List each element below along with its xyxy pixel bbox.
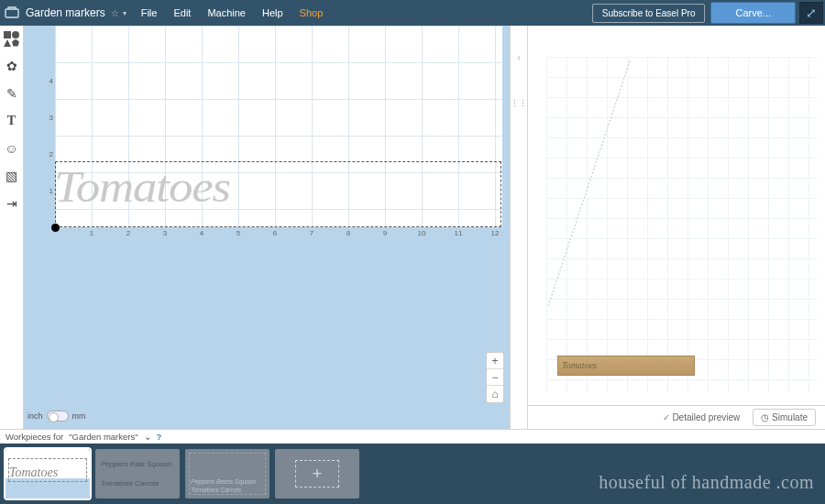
shapes-tool[interactable] bbox=[3, 29, 21, 48]
text-tool[interactable]: T bbox=[3, 112, 21, 130]
preview-footer: Detailed preview Simulate bbox=[528, 405, 825, 429]
design-text-object[interactable]: Tomatoes bbox=[54, 161, 230, 212]
thumb3-row2: Tomatoes Carrots bbox=[191, 487, 264, 493]
menu-help[interactable]: Help bbox=[262, 7, 283, 18]
svg-rect-0 bbox=[6, 9, 18, 17]
ruler-x-tick: 12 bbox=[491, 229, 500, 237]
design-canvas-2d[interactable]: 1 2 3 4 1 2 3 4 5 6 7 8 9 10 11 12 Tomat… bbox=[24, 26, 510, 429]
workpieces-bar: Workpieces for "Garden markers" ⌄ ? bbox=[0, 429, 825, 444]
ruler-x-tick: 9 bbox=[383, 229, 387, 237]
thumb2-row2: Tomatoes Carrots bbox=[101, 480, 174, 488]
ruler-x-tick: 8 bbox=[346, 229, 350, 237]
ruler-x-tick: 11 bbox=[455, 229, 463, 237]
zoom-out-button[interactable]: − bbox=[487, 369, 503, 386]
fullscreen-crosshair-icon[interactable]: ⤢ bbox=[799, 2, 823, 24]
workpieces-dropdown-icon[interactable]: ⌄ bbox=[144, 432, 151, 442]
workpieces-help-icon[interactable]: ? bbox=[157, 432, 162, 442]
ruler-vertical: 1 2 3 4 bbox=[44, 26, 55, 227]
unit-toggle[interactable]: inch mm bbox=[28, 411, 86, 422]
workpieces-label-prefix: Workpieces for bbox=[6, 432, 63, 442]
ruler-horizontal: 1 2 3 4 5 6 7 8 9 10 11 12 bbox=[55, 229, 502, 240]
preview-canvas-3d[interactable]: Tomatoes Detailed preview Simulate bbox=[528, 26, 825, 429]
project-dropdown-icon[interactable]: ▾ bbox=[123, 9, 136, 17]
shapes-icon bbox=[4, 31, 19, 47]
thumb2-row1: Peppers Kale Squash bbox=[101, 461, 174, 468]
emoji-tool[interactable]: ☺ bbox=[3, 139, 21, 158]
thumb1-text: Tomatoes bbox=[9, 466, 58, 480]
icon-library-tool[interactable]: ✿ bbox=[3, 57, 21, 75]
apps-tool[interactable]: ▧ bbox=[3, 167, 21, 185]
perspective-edge-icon bbox=[548, 59, 631, 306]
menu-shop[interactable]: Shop bbox=[300, 7, 324, 18]
unit-mm-label: mm bbox=[72, 411, 86, 421]
ruler-x-tick: 5 bbox=[236, 229, 240, 237]
workpiece-thumb-3[interactable]: Peppers Beets Squash Tomatoes Carrots bbox=[185, 449, 270, 499]
favorite-star-icon[interactable]: ☆ bbox=[111, 8, 123, 18]
unit-inch-label: inch bbox=[28, 411, 43, 421]
preview-stock-text: Tomatoes bbox=[558, 356, 694, 375]
ruler-x-tick: 3 bbox=[163, 229, 167, 237]
workpieces-project-name: "Garden markers" bbox=[69, 432, 138, 442]
workpiece-thumb-1[interactable]: Tomatoes bbox=[6, 449, 90, 499]
divider-handle-icon[interactable]: ⋮⋮ bbox=[511, 99, 527, 108]
origin-point-icon[interactable] bbox=[51, 224, 60, 232]
zoom-in-button[interactable]: + bbox=[487, 353, 503, 369]
ruler-x-tick: 1 bbox=[90, 229, 94, 237]
menu-edit[interactable]: Edit bbox=[173, 7, 191, 18]
main-menu: File Edit Machine Help Shop bbox=[136, 7, 324, 18]
pen-tool[interactable]: ✎ bbox=[3, 84, 21, 103]
main-split: ✿ ✎ T ☺ ▧ ⇥ 1 2 3 4 1 2 3 4 5 6 7 8 9 10… bbox=[0, 26, 825, 429]
pane-divider[interactable]: ‹ ⋮⋮ bbox=[510, 26, 528, 429]
ruler-y-tick: 1 bbox=[50, 187, 53, 195]
ruler-x-tick: 2 bbox=[126, 229, 130, 237]
carve-button[interactable]: Carve... bbox=[710, 2, 796, 24]
ruler-x-tick: 6 bbox=[273, 229, 277, 237]
simulate-button[interactable]: Simulate bbox=[753, 409, 816, 426]
thumb3-row1: Peppers Beets Squash bbox=[191, 478, 264, 485]
unit-toggle-switch[interactable] bbox=[47, 411, 69, 422]
svg-line-1 bbox=[548, 59, 631, 306]
menu-machine[interactable]: Machine bbox=[207, 7, 246, 18]
workpieces-footer: Tomatoes Peppers Kale Squash Tomatoes Ca… bbox=[0, 444, 825, 504]
ruler-x-tick: 4 bbox=[200, 229, 204, 237]
toolbox: ✿ ✎ T ☺ ▧ ⇥ bbox=[0, 26, 24, 429]
ruler-x-tick: 7 bbox=[310, 229, 314, 237]
project-icon bbox=[0, 0, 24, 26]
ruler-y-tick: 4 bbox=[50, 77, 53, 85]
zoom-home-button[interactable]: ⌂ bbox=[487, 386, 503, 402]
ruler-y-tick: 2 bbox=[50, 150, 53, 159]
app-header: Garden markers ☆ ▾ File Edit Machine Hel… bbox=[0, 0, 825, 26]
zoom-controls: + − ⌂ bbox=[486, 352, 504, 403]
preview-stock: Tomatoes bbox=[557, 356, 695, 376]
import-tool[interactable]: ⇥ bbox=[3, 194, 21, 213]
ruler-y-tick: 3 bbox=[50, 114, 53, 122]
detailed-preview-toggle[interactable]: Detailed preview bbox=[663, 412, 741, 422]
add-workpiece-button[interactable]: + bbox=[275, 449, 359, 499]
menu-file[interactable]: File bbox=[141, 7, 158, 18]
add-workpiece-icon: + bbox=[295, 460, 339, 488]
subscribe-button[interactable]: Subscribe to Easel Pro bbox=[592, 4, 706, 23]
project-title[interactable]: Garden markers bbox=[24, 6, 111, 19]
collapse-left-icon[interactable]: ‹ bbox=[518, 53, 521, 62]
ruler-x-tick: 10 bbox=[418, 229, 426, 237]
workpiece-thumb-2[interactable]: Peppers Kale Squash Tomatoes Carrots bbox=[95, 449, 180, 499]
